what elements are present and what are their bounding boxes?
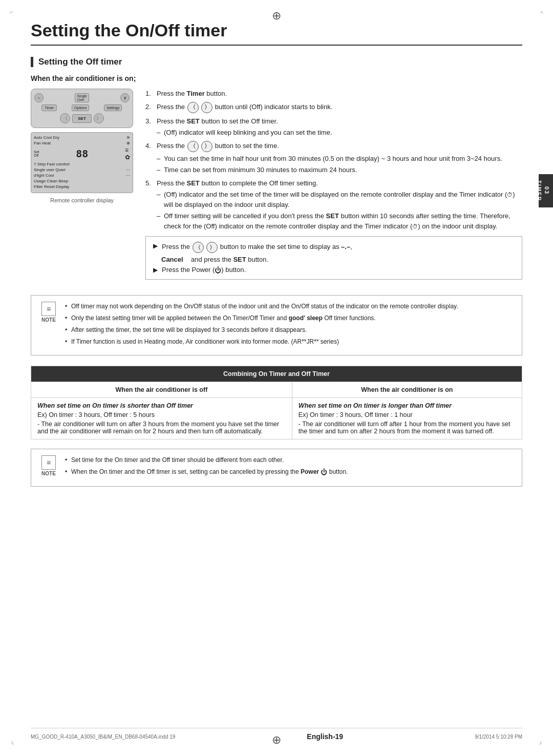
step-5-sub-1: (Off) indicator and the set time of the … <box>157 190 522 209</box>
bottom-note-item-2-text: When the On timer and the Off timer is s… <box>71 468 348 475</box>
instruction-list: 1. Press the Timer button. 2. Press the … <box>145 89 522 231</box>
cancel-row-1b-text: and press the SET button. <box>191 256 268 263</box>
table-subheader-row: When the air conditioner is off When the… <box>31 382 522 398</box>
step-3-sub-1: (Off) indicator will keep blinking and y… <box>157 128 522 138</box>
left-btn: 〈 <box>60 113 70 123</box>
lcd-filter-row: Filter Reset Display <box>34 184 130 189</box>
timer-btn: Timer <box>41 104 57 111</box>
cancel-label: Cancel <box>161 256 187 263</box>
options-btn: Options <box>72 104 89 111</box>
footer-center: English-19 <box>307 732 343 741</box>
step-4-sub-1-text: You can set the time in half hour unit f… <box>164 155 502 162</box>
table-header-row: Combining On Timer and Off Timer <box>31 366 522 382</box>
note-list: Off timer may not work depending on the … <box>65 302 515 346</box>
col2-data: When set time on On timer is longer than… <box>292 398 522 439</box>
bottom-note-content: Set time for the On timer and the Off ti… <box>65 455 515 480</box>
step-5-set-bold: SET <box>187 179 200 187</box>
lcd-bars: ≡ <box>125 146 130 154</box>
combining-table: Combining On Timer and Off Timer When th… <box>31 366 522 439</box>
lcd-single-row: Single user Quiet ⋯ <box>34 167 130 172</box>
remote-caption: Remote controller display <box>31 197 133 203</box>
step-2-num: 2. <box>145 102 151 112</box>
col1-subheader: When the air conditioner is off <box>31 382 292 398</box>
power-icon-bottom: ⏻ <box>321 467 327 477</box>
instruction-step-4: 4. Press the 〈 〉 button to set the time.… <box>145 141 522 175</box>
table-data-row: When set time on On timer is shorter tha… <box>31 398 522 439</box>
corner-mark-br: ┘ <box>539 741 543 747</box>
lcd-usage-row: Usage Clean Beep <box>34 179 130 183</box>
step-5-text: Press the SET button to complete the Off… <box>157 179 318 187</box>
remote-controller-drawing-1: – SingleUser ∨ Timer Options Settings 〈 … <box>31 89 133 128</box>
step-4-sub-1: You can set the time in half hour unit f… <box>157 154 522 164</box>
lcd-filter-text: Filter Reset Display <box>34 184 69 189</box>
right-column: 1. Press the Timer button. 2. Press the … <box>145 89 522 286</box>
step-4-sub-2-text: Time can be set from minimum 30 minutes … <box>164 166 357 174</box>
bottom-note-label: NOTE <box>41 471 56 476</box>
step-3-set-bold: SET <box>187 117 200 125</box>
corner-mark-tr: ¬ <box>540 9 543 15</box>
lcd-top-row: Auto Cool Dry ≋ <box>34 135 130 140</box>
note-item-1: Off timer may not work depending on the … <box>65 302 515 311</box>
note-item-4-text: If Timer function is used in Heating mod… <box>71 338 339 345</box>
col2-subheader: When the air conditioner is on <box>292 382 522 398</box>
lcd-dots: ⋯ <box>126 167 130 172</box>
step-3-sub-1-text: (Off) indicator will keep blinking and y… <box>164 129 332 136</box>
corner-mark-bl: └ <box>10 741 14 747</box>
lcd-mode-row: Fan Heat ⊕ <box>34 141 130 145</box>
lcd-icon2: ⊕ <box>126 141 130 145</box>
settings-btn: Settings <box>104 104 122 111</box>
left-column: – SingleUser ∨ Timer Options Settings 〈 … <box>31 89 133 286</box>
lcd-number: 88 <box>76 148 88 160</box>
note-item-3: After setting the timer, the set time wi… <box>65 325 515 334</box>
step-1-bold: Timer <box>187 90 205 97</box>
col1-italic-bold: When set time on On timer is shorter tha… <box>37 402 286 409</box>
left-arrow-btn: 〈 <box>187 102 199 113</box>
lcd-dlight-text: d'light Cool <box>34 173 54 178</box>
note-document-icon: ≡ <box>41 302 56 316</box>
lcd-single-text: Single user Quiet <box>34 167 65 172</box>
bottom-note-item-2: When the On timer and the Off timer is s… <box>65 467 515 477</box>
note-item-1-text: Off timer may not work depending on the … <box>71 303 458 310</box>
down-btn: ∨ <box>120 93 130 102</box>
instruction-step-1: 1. Press the Timer button. <box>145 89 522 99</box>
arrow-icon-1: ▶ <box>153 242 158 249</box>
lcd-icon1: ≋ <box>126 135 130 140</box>
sub-heading: When the air conditioner is on; <box>31 74 522 82</box>
side-tab-number: 03 <box>544 186 550 195</box>
cancel-box: ▶ Press the 〈 〉 button to make the set t… <box>145 236 522 280</box>
step-3-sub-list: (Off) indicator will keep blinking and y… <box>157 128 522 138</box>
good-sleep-bold: good' sleep <box>289 314 323 322</box>
side-tab-text: TIMER <box>536 180 542 201</box>
step-1-num: 1. <box>145 89 151 99</box>
section-heading: Setting the Off timer <box>31 57 522 67</box>
step-3-text: Press the SET button to set the Off time… <box>157 117 278 125</box>
note-item-2: Only the latest setting timer will be ap… <box>65 313 515 323</box>
bottom-note-icon-area: ≡ NOTE <box>38 455 59 480</box>
bottom-note-item-1: Set time for the On timer and the Off ti… <box>65 455 515 465</box>
page-title: Setting the On/Off timer <box>31 20 522 46</box>
left-btn-cancel: 〈 <box>193 242 204 253</box>
instruction-step-3: 3. Press the SET button to set the Off t… <box>145 116 522 138</box>
lcd-usage-text: Usage Clean Beep <box>34 179 68 183</box>
col1-data: When set time on On timer is shorter tha… <box>31 398 292 439</box>
nav-row: 〈 SET 〉 <box>34 113 130 123</box>
set-bold: SET <box>326 212 339 220</box>
power-icon: ⏻ <box>215 266 221 274</box>
left-arrow-btn-2: 〈 <box>187 141 199 152</box>
lcd-dots2: ⋯ <box>126 173 130 178</box>
footer-right: 9/1/2014 5:10:28 PM <box>475 734 522 740</box>
col1-ex: Ex) On timer : 3 hours, Off timer : 5 ho… <box>37 411 286 418</box>
col2-ex: Ex) On timer : 3 hours, Off timer : 1 ho… <box>299 411 516 418</box>
lcd-step-text: 7 Step Fast comfort <box>34 162 70 166</box>
compass-top-icon: ⊕ <box>272 9 281 23</box>
lcd-set-off: Set Off <box>34 150 39 157</box>
cancel-row-2: ▶ Press the Power (⏻) button. <box>153 266 515 274</box>
table-header: Combining On Timer and Off Timer <box>31 366 522 382</box>
lcd-icons-right: ≡ ✿ <box>125 146 130 161</box>
lcd-fan-heat: Fan Heat <box>34 141 51 145</box>
dash-display: –.– <box>341 243 350 250</box>
note-item-4: If Timer function is used in Heating mod… <box>65 337 515 346</box>
arrow-icon-2: ▶ <box>153 266 158 274</box>
note-item-3-text: After setting the timer, the set time wi… <box>71 326 307 333</box>
col2-desc: - The air conditioner will turn off afte… <box>299 421 516 435</box>
